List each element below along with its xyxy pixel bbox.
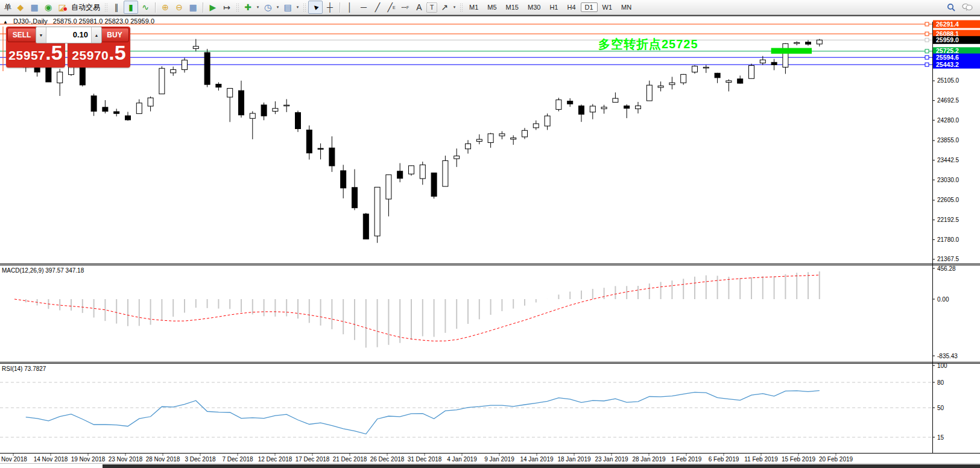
svg-text:19 Nov 2018: 19 Nov 2018 <box>71 456 106 463</box>
svg-text:23442.5: 23442.5 <box>937 157 959 163</box>
mt4-window: { "toolbar": { "partial_left": "单", "aut… <box>0 0 980 468</box>
svg-text:25443.2: 25443.2 <box>936 61 959 68</box>
svg-text:21780.0: 21780.0 <box>937 236 959 243</box>
svg-text:14 Nov 2018: 14 Nov 2018 <box>34 456 68 463</box>
rsi-label: RSI(14) 73.7827 <box>2 365 46 372</box>
svg-text:28 Jan 2019: 28 Jan 2019 <box>632 456 665 463</box>
buy-price-main: 25970 <box>72 48 109 62</box>
ohlc-values: 25875.0 25981.0 25823.0 25959.0 <box>53 17 154 25</box>
svg-text:11 Feb 2019: 11 Feb 2019 <box>744 456 778 463</box>
svg-text:6 Feb 2019: 6 Feb 2019 <box>709 456 739 463</box>
svg-text:1 Feb 2019: 1 Feb 2019 <box>671 456 702 463</box>
svg-text:9 Jan 2019: 9 Jan 2019 <box>484 456 514 463</box>
sell-price: 25957.5 <box>6 46 65 63</box>
chart-canvas[interactable]: 25105.024692.524280.023855.023442.523030… <box>0 0 980 468</box>
svg-text:4 Jan 2019: 4 Jan 2019 <box>447 456 477 463</box>
svg-text:31 Dec 2018: 31 Dec 2018 <box>408 456 442 463</box>
volume-decrease-button[interactable]: ▼ <box>36 27 46 43</box>
chart-annotation-text: 多空转折点25725 <box>598 36 698 52</box>
svg-text:25959.0: 25959.0 <box>936 36 959 43</box>
svg-text:456.28: 456.28 <box>937 265 956 272</box>
svg-text:25594.6: 25594.6 <box>936 54 959 61</box>
svg-text:17 Dec 2018: 17 Dec 2018 <box>296 456 330 463</box>
svg-text:12 Dec 2018: 12 Dec 2018 <box>258 456 292 463</box>
svg-text:15 Feb 2019: 15 Feb 2019 <box>782 456 816 463</box>
svg-text:3 Dec 2018: 3 Dec 2018 <box>185 456 216 463</box>
svg-text:24692.5: 24692.5 <box>937 97 959 104</box>
svg-text:26291.4: 26291.4 <box>936 21 959 28</box>
svg-text:22192.5: 22192.5 <box>937 217 959 223</box>
svg-text:-835.43: -835.43 <box>937 353 958 359</box>
buy-button[interactable]: BUY <box>100 28 129 42</box>
macd-label: MACD(12,26,9) 397.57 347.18 <box>2 267 84 274</box>
svg-text:24280.0: 24280.0 <box>937 117 959 124</box>
svg-text:22605.0: 22605.0 <box>937 197 959 203</box>
price-up-icon: ▲ <box>3 19 8 25</box>
sell-button[interactable]: SELL <box>7 28 36 42</box>
svg-text:21 Dec 2018: 21 Dec 2018 <box>333 456 367 463</box>
svg-text:100: 100 <box>937 362 947 369</box>
svg-text:25105.0: 25105.0 <box>937 77 959 84</box>
svg-text:23 Jan 2019: 23 Jan 2019 <box>595 456 628 463</box>
symbol-period-label: DJ30-,Daily <box>13 17 48 25</box>
svg-text:0.00: 0.00 <box>937 296 949 303</box>
sell-price-pip: .5 <box>45 41 62 64</box>
horizontal-scrollbar-thumb[interactable] <box>103 464 980 468</box>
svg-text:23030.0: 23030.0 <box>937 177 959 183</box>
volume-value[interactable]: 0.10 <box>46 27 91 43</box>
svg-text:28 Nov 2018: 28 Nov 2018 <box>146 456 180 463</box>
svg-text:80: 80 <box>937 379 944 386</box>
svg-text:21367.5: 21367.5 <box>937 256 959 262</box>
sell-price-main: 25957 <box>8 48 45 62</box>
volume-increase-button[interactable]: ▲ <box>91 27 101 43</box>
svg-text:7 Dec 2018: 7 Dec 2018 <box>222 456 253 463</box>
svg-text:50: 50 <box>937 405 944 411</box>
svg-text:14 Jan 2019: 14 Jan 2019 <box>520 456 553 463</box>
volume-stepper: ▼ 0.10 ▲ <box>36 27 102 43</box>
buy-price-pip: .5 <box>109 41 125 64</box>
buy-price: 25970.5 <box>68 46 130 63</box>
svg-text:15: 15 <box>937 434 944 441</box>
svg-text:26 Dec 2018: 26 Dec 2018 <box>370 456 405 463</box>
svg-text:23855.0: 23855.0 <box>937 137 959 144</box>
svg-text:20 Feb 2019: 20 Feb 2019 <box>819 456 853 463</box>
svg-text:18 Jan 2019: 18 Jan 2019 <box>557 456 590 463</box>
one-click-trading-panel: 25957.5 25970.5 SELL BUY ▼ 0.10 ▲ <box>6 27 130 68</box>
svg-text:23 Nov 2018: 23 Nov 2018 <box>109 456 143 463</box>
chart-ohlc-header: ▲ DJ30-,Daily 25875.0 25981.0 25823.0 25… <box>3 17 154 25</box>
svg-text:Nov 2018: Nov 2018 <box>1 456 27 463</box>
